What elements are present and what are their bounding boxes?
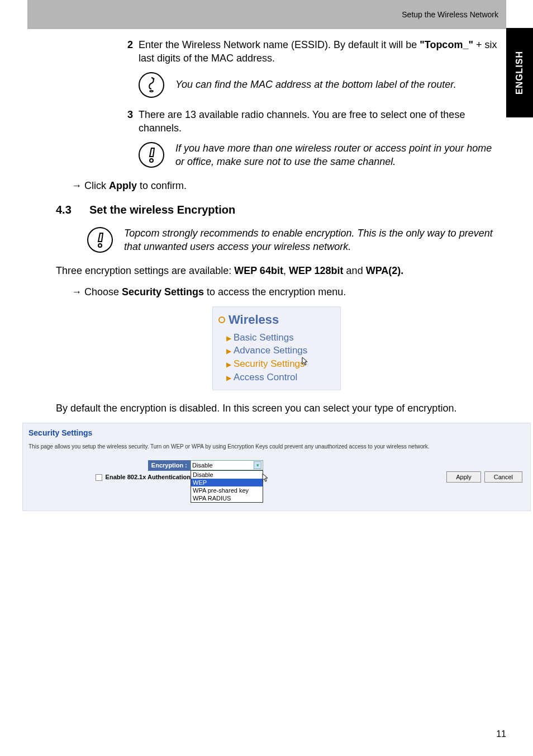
note-mac-address: You can find the MAC address at the bott… (139, 72, 497, 98)
menu-item-access[interactable]: ▶Access Control (226, 371, 335, 384)
step-body: Enter the Wireless Network name (ESSID).… (139, 38, 497, 65)
triangle-icon: ▶ (226, 361, 231, 368)
page-header: Setup the Wireless Network (27, 0, 506, 29)
choose-instruction: → Choose Security Settings to access the… (72, 285, 497, 299)
encryption-select-group: Disable ▾ Disable WEP WPA pre-shared key… (191, 460, 263, 503)
section-heading: 4.3 Set the wireless Encryption (56, 202, 497, 218)
step-body: There are 13 available radio channels. Y… (139, 108, 497, 135)
encryption-select[interactable]: Disable ▾ (191, 460, 263, 470)
note-channel: If you have more than one wireless route… (139, 141, 497, 169)
encryption-label: Encryption : (148, 460, 191, 471)
menu-item-advance[interactable]: ▶Advance Settings (226, 344, 335, 357)
triangle-icon: ▶ (226, 334, 231, 342)
note-text: You can find the MAC address at the bott… (175, 78, 497, 91)
cursor-icon (261, 472, 270, 486)
wireless-menu-figure: Wireless ▶Basic Settings ▶Advance Settin… (212, 306, 341, 390)
button-group: Apply Cancel (446, 460, 525, 483)
dropdown-arrow-icon: ▾ (254, 461, 261, 469)
wireless-menu-title: Wireless (218, 311, 335, 328)
auth-row: Enable 802.1x Authentication (28, 471, 191, 481)
security-labels: Encryption : Enable 802.1x Authenticatio… (28, 460, 191, 481)
step-2: 2 Enter the Wireless Network name (ESSID… (117, 38, 497, 65)
security-form-row: Encryption : Enable 802.1x Authenticatio… (28, 460, 525, 503)
menu-item-basic[interactable]: ▶Basic Settings (226, 332, 335, 344)
language-tab: ENGLISH (506, 28, 533, 117)
svg-point-0 (153, 78, 155, 79)
security-description: This page allows you setup the wireless … (28, 443, 525, 451)
bullet-icon (218, 316, 225, 323)
triangle-icon: ▶ (226, 374, 231, 382)
section-title: Set the wireless Encryption (89, 202, 235, 218)
default-encryption-text: By default the encryption is disabled. I… (56, 401, 497, 415)
auth-checkbox[interactable] (96, 474, 102, 481)
step-number: 3 (117, 108, 133, 135)
page-content: 2 Enter the Wireless Network name (ESSID… (56, 38, 497, 511)
option-disable[interactable]: Disable (191, 471, 263, 479)
page-number: 11 (496, 729, 506, 739)
header-text: Setup the Wireless Network (402, 10, 498, 19)
cancel-button[interactable]: Cancel (484, 471, 522, 483)
option-wpa-psk[interactable]: WPA pre-shared key (191, 486, 263, 494)
option-wep[interactable]: WEP (191, 479, 263, 486)
warning-icon (139, 142, 164, 168)
step-number: 2 (117, 38, 133, 65)
svg-point-1 (150, 90, 153, 91)
encryption-options-text: Three encryption settings are available:… (56, 264, 497, 277)
apply-button[interactable]: Apply (446, 471, 481, 483)
svg-point-2 (150, 159, 153, 162)
note-text: Topcom strongly recommends to enable enc… (124, 226, 497, 254)
step-3: 3 There are 13 available radio channels.… (117, 108, 497, 135)
triangle-icon: ▶ (226, 347, 231, 355)
section-number: 4.3 (56, 202, 89, 218)
cursor-icon (301, 356, 310, 371)
note-encryption: Topcom strongly recommends to enable enc… (87, 226, 497, 254)
svg-point-3 (98, 244, 102, 247)
menu-item-security[interactable]: ▶Security Settings (226, 357, 335, 371)
security-settings-figure: Security Settings This page allows you s… (22, 423, 531, 511)
info-icon (139, 72, 164, 98)
note-text: If you have more than one wireless route… (175, 141, 497, 169)
option-wpa-radius[interactable]: WPA RADIUS (191, 494, 263, 502)
warning-icon (87, 227, 113, 253)
encryption-dropdown: Disable WEP WPA pre-shared key WPA RADIU… (191, 470, 263, 503)
apply-instruction: → Click Apply to confirm. (72, 179, 497, 192)
language-label: ENGLISH (515, 51, 525, 94)
auth-label: Enable 802.1x Authentication (106, 473, 191, 481)
security-title: Security Settings (28, 428, 525, 438)
